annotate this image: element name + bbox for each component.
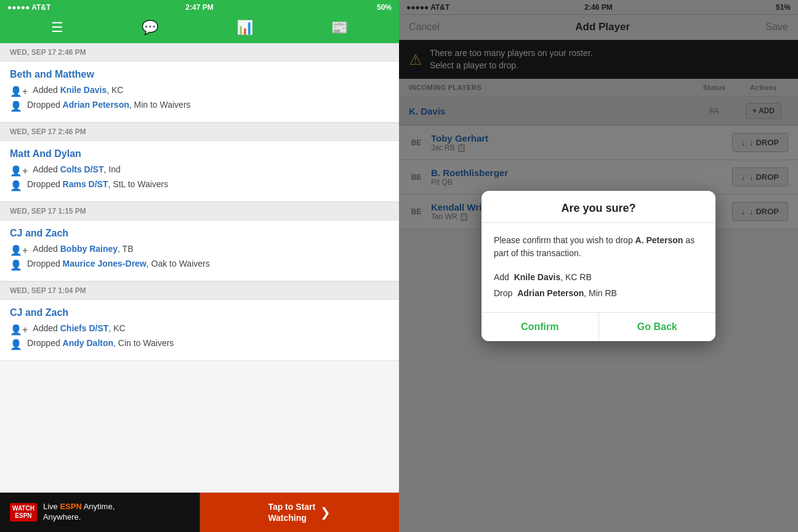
modal-add-line: Add Knile Davis, KC RB	[494, 270, 703, 285]
modal-body: Please confirm that you wish to drop A. …	[482, 223, 715, 312]
modal-drop-line: Drop Adrian Peterson, Min RB	[494, 286, 703, 301]
drop-text-4: Dropped Andy Dalton, Cin to Waivers	[27, 338, 174, 348]
date-header-2: WED, SEP 17 2:46 PM	[0, 123, 399, 141]
right-phone: ●●●●● AT&T 2:46 PM 51% Cancel Add Player…	[399, 0, 798, 532]
espn-logo: WATCHESPN	[10, 503, 37, 522]
left-battery: 50%	[377, 3, 392, 12]
left-phone: ●●●●● AT&T 2:47 PM 50% ☰ 💬 📊 📰 WED, SEP …	[0, 0, 399, 532]
bottom-banner: WATCHESPN Live ESPN Anytime,Anywhere. Ta…	[0, 493, 399, 532]
add-text-4: Added Chiefs D/ST, KC	[33, 323, 125, 333]
espn-section: WATCHESPN Live ESPN Anytime,Anywhere.	[0, 493, 200, 532]
transaction-group-4: CJ and Zach 👤+ Added Chiefs D/ST, KC 👤 D…	[0, 300, 399, 361]
drop-text-3: Dropped Maurice Jones-Drew, Oak to Waive…	[27, 259, 210, 268]
add-icon-3: 👤+	[10, 244, 28, 256]
date-header-3: WED, SEP 17 1:15 PM	[0, 202, 399, 220]
left-status-bar: ●●●●● AT&T 2:47 PM 50%	[0, 0, 399, 15]
add-text-2: Added Colts D/ST, Ind	[33, 164, 120, 174]
drop-item-1: 👤 Dropped Adrian Peterson, Min to Waiver…	[10, 100, 389, 112]
transaction-group-1: Beth and Matthew 👤+ Added Knile Davis, K…	[0, 62, 399, 123]
transaction-group-2: Matt And Dylan 👤+ Added Colts D/ST, Ind …	[0, 141, 399, 202]
tap-arrow-icon: ❯	[320, 505, 331, 520]
drop-icon-3: 👤	[10, 259, 22, 271]
modal-actions: Confirm Go Back	[482, 313, 715, 341]
add-item-3: 👤+ Added Bobby Rainey, TB	[10, 244, 389, 256]
drop-item-4: 👤 Dropped Andy Dalton, Cin to Waivers	[10, 338, 389, 350]
drop-item-3: 👤 Dropped Maurice Jones-Drew, Oak to Wai…	[10, 259, 389, 271]
modal-transaction-details: Add Knile Davis, KC RB Drop Adrian Peter…	[494, 270, 703, 300]
confirmation-modal: Are you sure? Please confirm that you wi…	[482, 191, 715, 341]
add-text-3: Added Bobby Rainey, TB	[33, 244, 133, 254]
add-icon-4: 👤+	[10, 324, 28, 336]
modal-drop-player: Adrian Peterson	[517, 288, 584, 298]
drop-icon-2: 👤	[10, 180, 22, 191]
team-name-2: Matt And Dylan	[10, 148, 389, 159]
modal-add-player: Knile Davis	[514, 272, 560, 282]
modal-title: Are you sure?	[482, 191, 715, 223]
drop-icon-4: 👤	[10, 339, 22, 350]
drop-icon-1: 👤	[10, 100, 22, 112]
chart-icon[interactable]: 📊	[236, 20, 253, 36]
chat-icon[interactable]: 💬	[142, 20, 158, 36]
news-icon[interactable]: 📰	[331, 20, 348, 36]
add-item-4: 👤+ Added Chiefs D/ST, KC	[10, 323, 389, 336]
add-text-1: Added Knile Davis, KC	[33, 85, 123, 95]
tap-section[interactable]: Tap to StartWatching ❯	[200, 493, 400, 532]
transaction-group-3: CJ and Zach 👤+ Added Bobby Rainey, TB 👤 …	[0, 220, 399, 281]
add-item-2: 👤+ Added Colts D/ST, Ind	[10, 164, 389, 177]
team-name-4: CJ and Zach	[10, 307, 389, 318]
add-icon-2: 👤+	[10, 165, 28, 177]
team-name-3: CJ and Zach	[10, 228, 389, 239]
drop-text-2: Dropped Rams D/ST, StL to Waivers	[27, 179, 168, 189]
left-carrier: ●●●●● AT&T	[7, 3, 50, 12]
date-header-4: WED, SEP 17 1:04 PM	[0, 281, 399, 300]
team-name-1: Beth and Matthew	[10, 69, 389, 80]
left-time: 2:47 PM	[185, 3, 213, 12]
drop-item-2: 👤 Dropped Rams D/ST, StL to Waivers	[10, 179, 389, 191]
modal-confirm-text: Please confirm that you wish to drop A. …	[494, 234, 703, 260]
menu-icon[interactable]: ☰	[51, 20, 63, 36]
drop-text-1: Dropped Adrian Peterson, Min to Waivers	[27, 100, 191, 110]
left-toolbar: ☰ 💬 📊 📰	[0, 15, 399, 43]
transaction-list: WED, SEP 17 2:46 PM Beth and Matthew 👤+ …	[0, 43, 399, 493]
confirm-button[interactable]: Confirm	[482, 313, 599, 341]
espn-text: Live ESPN Anytime,Anywhere.	[43, 502, 115, 523]
modal-overlay: Are you sure? Please confirm that you wi…	[399, 0, 798, 532]
go-back-button[interactable]: Go Back	[599, 313, 716, 341]
add-icon-1: 👤+	[10, 86, 28, 97]
add-item-1: 👤+ Added Knile Davis, KC	[10, 85, 389, 97]
tap-text: Tap to StartWatching	[268, 501, 315, 523]
date-header-1: WED, SEP 17 2:46 PM	[0, 43, 399, 62]
